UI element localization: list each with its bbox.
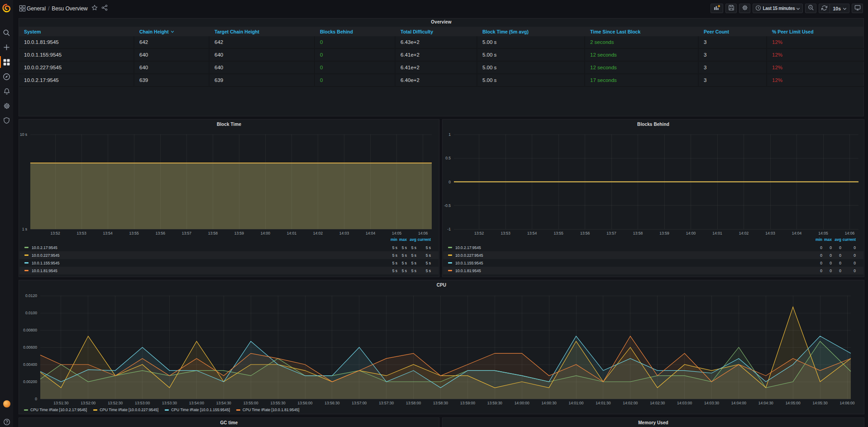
column-header[interactable]: % Peer Limit Used [767, 29, 864, 34]
x-axis-label: 13:56:30 [324, 401, 339, 405]
column-header[interactable]: Blocks Behind [315, 29, 396, 34]
refresh-button[interactable] [819, 4, 830, 13]
save-dashboard-button[interactable] [725, 4, 737, 13]
table-cell: 12 seconds [585, 49, 699, 62]
share-button[interactable] [101, 5, 108, 13]
cycle-view-mode-button[interactable] [852, 4, 863, 13]
question-circle-icon [3, 418, 10, 426]
series-name[interactable]: 10.0.1.81:9545 [32, 269, 57, 273]
column-header[interactable]: Target Chain Height [210, 29, 315, 34]
legend-col-current[interactable]: current [418, 237, 431, 242]
series-color-dash[interactable] [448, 270, 452, 271]
panel-title[interactable]: Memory Used [443, 418, 864, 427]
table-cell: 5.00 s [477, 36, 585, 49]
y-axis-label: 1 s [22, 227, 27, 231]
series-color-dash[interactable] [448, 254, 452, 256]
breadcrumb-folder[interactable]: General [27, 5, 46, 12]
x-axis-label: 14:02 [739, 231, 749, 235]
legend-value: 0 [830, 261, 832, 265]
sidebar-item-profile[interactable] [0, 398, 13, 410]
sidebar-item-create[interactable] [0, 41, 13, 53]
x-axis-label: 13:53:30 [162, 401, 177, 405]
x-axis-label: 13:59:00 [460, 401, 475, 405]
x-axis-label: 14:05:30 [813, 401, 828, 405]
x-axis-label: 14:02:30 [650, 401, 665, 405]
y-axis-label: 0.0100 [25, 311, 37, 315]
zoom-out-button[interactable] [805, 4, 816, 13]
series-color-dash[interactable] [448, 262, 452, 264]
series-name[interactable]: 10.0.1.155:9545 [455, 261, 483, 265]
sidebar-item-alerting[interactable] [0, 86, 13, 97]
table-row: 10.0.0.227:954564064006.41e+25.00 s12 se… [19, 62, 863, 74]
x-axis-label: 13:53 [501, 231, 510, 235]
panel-title[interactable]: GC time [19, 418, 439, 427]
series-color-dash[interactable] [24, 270, 29, 271]
column-header[interactable]: System [19, 29, 134, 34]
table-row: 10.0.2.17:954563963906.40e+25.00 s17 sec… [19, 74, 863, 87]
table-cell: 2 seconds [585, 36, 699, 49]
dashboard-settings-button[interactable] [739, 4, 750, 13]
sidebar-item-help[interactable] [0, 416, 13, 427]
legend-value: 5 s [392, 253, 397, 258]
sidebar-item-explore[interactable] [0, 71, 13, 82]
panel-cpu: CPU 00.002000.004000.006000.008000.01000… [19, 280, 864, 414]
table-cell: 3 [699, 62, 767, 74]
series-name[interactable]: 10.0.0.227:9545 [32, 253, 59, 258]
add-panel-button[interactable] [711, 4, 723, 13]
column-header[interactable]: Block Time (5m avg) [477, 29, 585, 34]
legend-row: 10.0.1.155:95450000 [443, 259, 863, 267]
series-color-dash[interactable] [24, 247, 29, 248]
sidebar-item-server-admin[interactable] [0, 115, 13, 126]
legend-item[interactable]: CPU Time IRate [10.0.1.155:9545] [165, 408, 230, 412]
breadcrumb-separator: / [48, 5, 49, 12]
sidebar [0, 0, 13, 427]
time-range-picker[interactable]: Last 15 minutes [753, 4, 803, 13]
x-axis-label: 14:03 [339, 231, 349, 235]
legend-col-min[interactable]: min [816, 237, 822, 242]
shield-icon [3, 117, 10, 124]
series-color-dash[interactable] [24, 262, 29, 264]
x-axis-label: 13:58 [633, 231, 643, 235]
series-color-dash[interactable] [24, 254, 29, 256]
overview-table: SystemChain HeightTarget Chain HeightBlo… [19, 27, 863, 87]
column-header[interactable]: Time Since Last Block [585, 29, 699, 34]
legend-col-avg[interactable]: avg [410, 237, 416, 242]
panel-blocks-behind: Blocks Behind -1-0.500.5113:5213:5313:54… [442, 119, 864, 277]
blocks-behind-legend: minmaxavgcurrent10.0.2.17:9545000010.0.0… [443, 237, 863, 274]
table-row: 10.0.1.81:954564264206.43e+25.00 s2 seco… [19, 36, 863, 49]
legend-col-current[interactable]: current [843, 237, 856, 242]
series-name: CPU Time IRate [10.0.0.227:9545] [100, 408, 158, 412]
series-name[interactable]: 10.0.1.81:9545 [455, 269, 481, 273]
column-header[interactable]: Peer Count [699, 29, 767, 34]
breadcrumb: General / Besu Overview [27, 5, 88, 12]
y-axis-label: 0.0120 [25, 293, 37, 298]
refresh-interval-button[interactable]: 10s [830, 4, 849, 13]
legend-col-avg[interactable]: avg [835, 237, 841, 242]
legend-col-min[interactable]: min [391, 237, 397, 242]
y-axis-label: -0.5 [444, 203, 451, 208]
legend-item[interactable]: CPU Time IRate [10.0.1.81:9545] [236, 408, 299, 412]
cpu-chart[interactable]: 00.002000.004000.006000.008000.01000.012… [19, 280, 864, 414]
series-name[interactable]: 10.0.0.227:9545 [455, 253, 483, 258]
grafana-logo[interactable] [2, 3, 11, 13]
series-name[interactable]: 10.0.2.17:9545 [32, 245, 57, 250]
series-name[interactable]: 10.0.2.17:9545 [455, 245, 481, 250]
series-name[interactable]: 10.0.1.155:9545 [32, 261, 59, 265]
breadcrumb-dashboard-title[interactable]: Besu Overview [52, 5, 87, 12]
table-cell: 10.0.1.155:9545 [19, 49, 134, 62]
sidebar-item-search[interactable] [0, 27, 13, 38]
star-button[interactable] [91, 5, 98, 13]
table-cell: 12% [767, 36, 864, 49]
legend-value: 5 s [402, 245, 407, 250]
sidebar-item-dashboards[interactable] [0, 56, 13, 68]
series-color-dash[interactable] [448, 247, 452, 248]
x-axis-label: 13:59:30 [487, 401, 502, 405]
legend-item[interactable]: CPU Time IRate [10.0.0.227:9545] [93, 408, 158, 412]
legend-item[interactable]: CPU Time IRate [10.0.2.17:9545] [24, 408, 87, 412]
legend-col-max[interactable]: max [824, 237, 832, 242]
legend-col-max[interactable]: max [399, 237, 407, 242]
x-axis-label: 14:01:00 [568, 401, 583, 405]
column-header[interactable]: Total Difficulty [396, 29, 477, 34]
column-header[interactable]: Chain Height [134, 29, 210, 34]
sidebar-item-configuration[interactable] [0, 100, 13, 112]
